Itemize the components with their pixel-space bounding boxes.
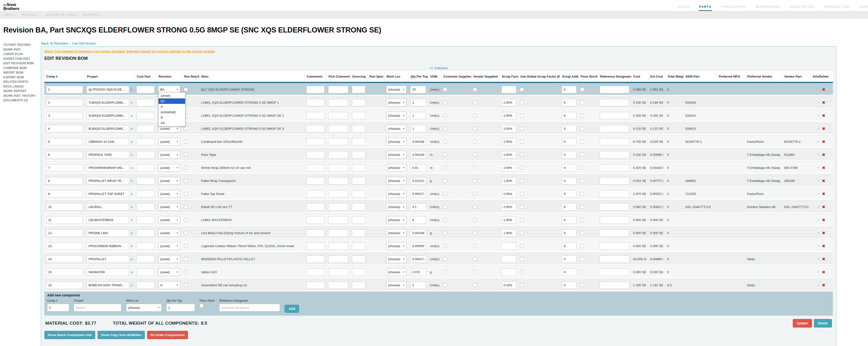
scrap-factor-input[interactable] [501,125,516,132]
row-delete-icon[interactable]: ✖ [822,218,825,222]
prcpart-input[interactable] [87,242,129,250]
customer-supplied-checkbox[interactable] [443,270,447,274]
reference-designator-input[interactable] [600,177,629,184]
comp-number-input[interactable] [46,190,83,198]
reference-designator-input[interactable] [600,151,629,159]
work-loc-select[interactable]: (choose)▼ [386,229,407,237]
qty-per-top-input[interactable] [410,86,426,93]
vendor-supplied-checkbox[interactable] [473,192,477,196]
work-loc-select[interactable]: (choose)▼ [386,99,407,106]
cust-part-input[interactable] [136,99,155,106]
comp-number-input[interactable] [46,255,83,263]
cust-part-input[interactable] [136,229,155,237]
floor-stock-checkbox[interactable] [580,218,584,222]
sidebar-item-compare-bom[interactable]: COMPARE BOM [3,66,41,70]
comp-number-input[interactable] [46,125,83,132]
row-delete-icon[interactable]: ✖ [822,283,825,287]
pick-comments-input[interactable] [328,125,348,132]
revision-select[interactable]: (unset)▼ [158,242,180,250]
sourcing-input[interactable] [352,164,365,171]
sourcing-input[interactable] [352,269,365,276]
sourcing-input[interactable] [352,112,365,119]
prcpart-input[interactable] [87,86,129,93]
floor-stock-checkbox[interactable] [580,192,584,196]
comp-number-input[interactable] [46,151,83,159]
prcpart-input[interactable] [87,203,129,211]
pick-comments-input[interactable] [328,86,348,93]
prcpart-add-icon[interactable]: + [130,179,133,183]
top-nav-sales[interactable]: SALES [677,5,690,11]
add-reference-designator-input[interactable] [219,304,280,311]
customer-supplied-checkbox[interactable] [443,205,447,209]
comments-input[interactable] [306,86,324,93]
prcpart-input[interactable] [87,269,129,276]
scrap-adder-input[interactable] [562,269,577,276]
scrap-factor-input[interactable] [501,281,516,289]
row-delete-icon[interactable]: ✖ [822,244,825,248]
rev-reqd-checkbox[interactable] [184,257,188,261]
work-loc-select[interactable]: (choose)▼ [386,112,407,119]
sourcing-input[interactable] [352,242,365,250]
sourcing-input[interactable] [352,190,365,198]
use-global-scrap-factor-checkbox[interactable] [520,166,524,170]
revision-option-unset[interactable]: (unset) [159,93,185,98]
use-global-scrap-factor-checkbox[interactable] [520,127,524,131]
cust-part-input[interactable] [136,177,155,184]
sidebar-item-export-bom[interactable]: EXPORT BOM [3,75,41,80]
row-info-chevron-icon[interactable]: ▾ [818,101,819,104]
sidebar-item-documents-0[interactable]: DOCUMENTS (0) [3,98,41,103]
floor-stock-checkbox[interactable] [580,283,584,287]
row-info-chevron-icon[interactable]: ▾ [818,218,819,221]
sourcing-input[interactable] [352,203,365,211]
sourcing-input[interactable] [352,99,365,106]
comp-number-input[interactable] [46,164,83,171]
row-info-chevron-icon[interactable]: ▾ [818,205,819,208]
revision-option-d[interactable]: D [159,115,185,120]
cust-part-input[interactable] [136,203,155,211]
sourcing-input[interactable] [352,177,365,184]
reference-designator-input[interactable] [600,112,629,119]
customer-supplied-checkbox[interactable] [443,283,447,287]
pick-comments-input[interactable] [328,242,348,250]
sidebar-item-inspection-inst[interactable]: INSPECTION INST. [3,57,41,61]
scrap-factor-input[interactable] [501,112,516,119]
customer-supplied-checkbox[interactable] [443,244,447,248]
floor-stock-checkbox[interactable] [580,179,584,183]
floor-stock-checkbox[interactable] [580,127,584,131]
comp-number-input[interactable] [46,177,83,184]
rev-reqd-checkbox[interactable] [184,127,188,131]
qty-per-top-input[interactable] [410,177,426,184]
sourcing-input[interactable] [352,151,365,159]
revision-select[interactable]: (unset)▼ [158,216,180,224]
scrap-adder-input[interactable] [562,99,577,106]
prcpart-input[interactable] [87,190,129,198]
customer-supplied-checkbox[interactable] [443,153,447,157]
revision-select[interactable]: (unset)▼ [158,229,180,237]
comments-input[interactable] [306,216,324,223]
row-delete-icon[interactable]: ✖ [822,205,825,209]
scrap-adder-input[interactable] [562,216,577,223]
floor-stock-checkbox[interactable] [580,113,584,117]
revision-select[interactable]: (unset)▼ [158,151,180,159]
reference-designator-input[interactable] [600,125,629,132]
use-global-scrap-factor-checkbox[interactable] [520,113,524,117]
cust-part-input[interactable] [136,151,155,159]
re-order-components-button[interactable]: Re-Order Components [147,331,188,339]
prcpart-input[interactable] [87,151,129,159]
customer-supplied-checkbox[interactable] [443,88,447,91]
vendor-supplied-checkbox[interactable] [473,205,477,209]
floor-stock-checkbox[interactable] [580,140,584,143]
scrap-adder-input[interactable] [562,281,577,289]
row-info-chevron-icon[interactable]: ▾ [818,166,819,169]
prcpart-input[interactable] [87,229,129,237]
add-comp-input[interactable] [47,304,69,311]
work-loc-select[interactable]: (choose)▼ [386,190,407,198]
sidebar-item-work-inst[interactable]: WORK INST [3,47,41,52]
revision-select[interactable]: (unset)▼ [158,190,180,198]
vendor-supplied-checkbox[interactable] [473,270,477,274]
prcpart-input[interactable] [87,99,129,106]
prcpart-input[interactable] [87,255,129,263]
prcpart-input[interactable] [87,177,129,184]
pick-comments-input[interactable] [328,281,348,289]
add-floor-stock-checkbox[interactable] [199,304,204,308]
